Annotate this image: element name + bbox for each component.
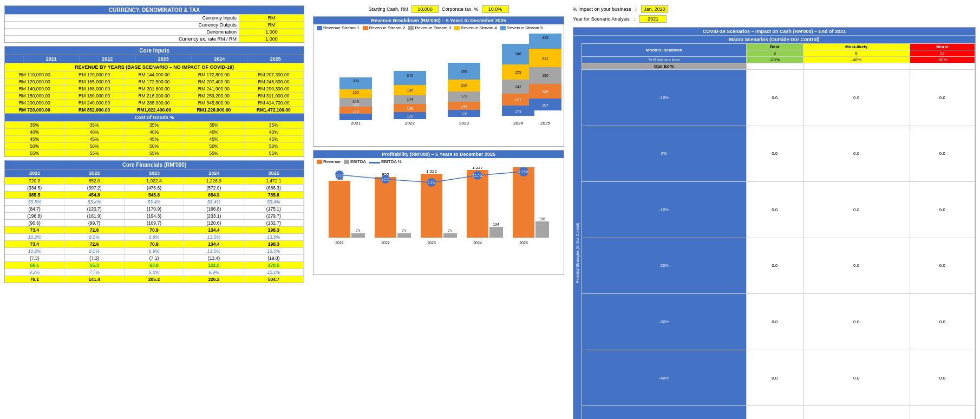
fin-cell[interactable]: 70.9 — [125, 227, 184, 233]
cog-cell[interactable]: 50% — [125, 143, 184, 149]
fin-cell[interactable]: (161.9) — [64, 213, 124, 219]
covid-cell-6-2[interactable]: 0.0 — [910, 406, 975, 419]
fin-cell[interactable]: 198.3 — [244, 241, 304, 247]
impact-value-2[interactable]: 2021 — [639, 15, 667, 23]
cog-cell[interactable]: 55% — [125, 150, 184, 156]
cog-cell[interactable]: 50% — [244, 143, 304, 149]
fin-cell[interactable]: 13.5% — [244, 234, 304, 240]
revenue-cell[interactable]: RM 168,000.00 — [64, 86, 124, 92]
fin-cell[interactable]: 6.2% — [125, 269, 184, 276]
revenue-cell[interactable]: RM 200,000.00 — [5, 100, 64, 106]
starting-cash-value[interactable]: 10,000 — [411, 5, 439, 13]
fin-cell[interactable]: (132.7) — [244, 220, 304, 226]
fin-cell[interactable]: (175.1) — [244, 206, 304, 212]
fin-cell[interactable]: 1,472.1 — [244, 178, 304, 184]
covid-cell-5-1[interactable]: 0.0 — [803, 350, 910, 406]
cog-cell[interactable]: 55% — [244, 150, 304, 156]
fin-cell[interactable]: (7.1) — [125, 255, 184, 261]
revenue-cell[interactable]: RM 241,900.00 — [184, 86, 244, 92]
fin-cell[interactable]: 1,226.9 — [184, 178, 244, 184]
revenue-cell[interactable]: RM 150,000.00 — [5, 93, 64, 99]
covid-cell-6-0[interactable]: 0.0 — [746, 406, 803, 419]
fin-cell[interactable]: (686.3) — [244, 185, 304, 191]
fin-cell[interactable]: 11.0% — [184, 248, 244, 254]
revenue-cell[interactable]: RM 110,000.00 — [5, 71, 64, 78]
fin-cell[interactable]: (233.1) — [184, 213, 244, 219]
fin-cell[interactable]: 66.1 — [5, 262, 64, 269]
fin-cell[interactable]: 9.2% — [5, 269, 64, 276]
cog-cell[interactable]: 45% — [184, 136, 244, 142]
fin-cell[interactable]: (13.4) — [184, 255, 244, 261]
covid-cell-0-1[interactable]: 0.0 — [803, 70, 910, 126]
cog-cell[interactable]: 50% — [5, 143, 64, 149]
revenue-cell[interactable]: RM 140,000.00 — [5, 86, 64, 92]
covid-cell-2-1[interactable]: 0.0 — [803, 182, 910, 238]
fin-cell[interactable]: 785.8 — [244, 192, 304, 198]
revenue-cell[interactable]: RM 311,000.00 — [244, 93, 304, 99]
cog-cell[interactable]: 40% — [125, 129, 184, 135]
cog-cell[interactable]: 40% — [5, 129, 64, 135]
cog-cell[interactable]: 40% — [184, 129, 244, 135]
revenue-cell[interactable]: RM 172,500.00 — [125, 78, 184, 85]
fin-cell[interactable]: (7.3) — [5, 255, 64, 261]
revenue-cell[interactable]: RM 172,800.00 — [184, 71, 244, 78]
fin-cell[interactable]: (166.8) — [184, 206, 244, 212]
fin-cell[interactable]: (334.5) — [5, 185, 64, 191]
revenue-cell[interactable]: RM 414,700.00 — [244, 100, 304, 106]
covid-cell-4-2[interactable]: 0.0 — [910, 294, 975, 350]
covid-cell-6-1[interactable]: 0.0 — [803, 406, 910, 419]
revenue-cell[interactable]: RM 248,600.00 — [244, 78, 304, 85]
revenue-total-cell[interactable]: RM 720,000.00 — [5, 107, 64, 113]
revenue-total-cell[interactable]: RM1,472,100.00 — [244, 107, 304, 113]
cog-cell[interactable]: 45% — [5, 136, 64, 142]
fin-cell[interactable]: 10.2% — [5, 234, 64, 240]
fin-cell[interactable]: 53.4% — [244, 199, 304, 205]
fin-cell[interactable]: 10.2% — [5, 248, 64, 254]
revenue-cell[interactable]: RM 120,000.00 — [5, 78, 64, 85]
covid-cell-3-1[interactable]: 0.0 — [803, 238, 910, 294]
fin-cell[interactable]: 7.7% — [64, 269, 124, 276]
revenue-cell[interactable]: RM 207,300.00 — [244, 71, 304, 78]
fin-cell[interactable]: 178.5 — [244, 262, 304, 269]
fin-cell[interactable]: (279.7) — [244, 213, 304, 219]
fin-cell[interactable]: (109.7) — [125, 220, 184, 226]
fin-cell[interactable]: 720.0 — [5, 178, 64, 184]
covid-cell-4-0[interactable]: 0.0 — [746, 294, 803, 350]
fin-cell[interactable]: 53.4% — [125, 199, 184, 205]
fin-cell[interactable]: (170.9) — [125, 206, 184, 212]
fin-cell[interactable]: 545.8 — [125, 192, 184, 198]
cog-cell[interactable]: 40% — [64, 129, 124, 135]
revenue-cell[interactable]: RM 120,000.00 — [64, 71, 124, 78]
fin-cell[interactable]: 73.4 — [5, 241, 64, 247]
fin-cell[interactable]: 9.9% — [184, 269, 244, 276]
revenue-cell[interactable]: RM 290,300.00 — [244, 86, 304, 92]
fin-cell[interactable]: 8.5% — [64, 248, 124, 254]
cog-cell[interactable]: 55% — [5, 150, 64, 156]
cog-cell[interactable]: 55% — [184, 150, 244, 156]
fin-cell[interactable]: 852.0 — [64, 178, 124, 184]
fin-cell[interactable]: 53.4% — [64, 199, 124, 205]
fin-cell[interactable]: (19.8) — [244, 255, 304, 261]
revenue-cell[interactable]: RM 216,000.00 — [125, 93, 184, 99]
covid-cell-0-2[interactable]: 0.0 — [910, 70, 975, 126]
fin-cell[interactable]: 72.6 — [64, 241, 124, 247]
fin-cell[interactable]: 454.8 — [64, 192, 124, 198]
fin-cell[interactable]: 326.2 — [184, 276, 244, 283]
cog-cell[interactable]: 35% — [184, 122, 244, 128]
fin-cell[interactable]: 6.9% — [125, 248, 184, 254]
revenue-cell[interactable]: RM 345,600.00 — [184, 100, 244, 106]
cog-cell[interactable]: 50% — [64, 143, 124, 149]
covid-cell-0-0[interactable]: 0.0 — [746, 70, 803, 126]
fin-cell[interactable]: 65.3 — [64, 262, 124, 269]
cog-cell[interactable]: 45% — [64, 136, 124, 142]
cog-cell[interactable]: 35% — [125, 122, 184, 128]
fin-cell[interactable]: (194.3) — [125, 213, 184, 219]
covid-cell-3-0[interactable]: 0.0 — [746, 238, 803, 294]
covid-cell-1-1[interactable]: 0.0 — [803, 126, 910, 182]
fin-cell[interactable]: 205.2 — [125, 276, 184, 283]
fin-cell[interactable]: 141.4 — [64, 276, 124, 283]
fin-cell[interactable]: 134.4 — [184, 241, 244, 247]
cog-cell[interactable]: 35% — [64, 122, 124, 128]
fin-cell[interactable]: 76.1 — [5, 276, 64, 283]
fin-cell[interactable]: (120.7) — [64, 206, 124, 212]
